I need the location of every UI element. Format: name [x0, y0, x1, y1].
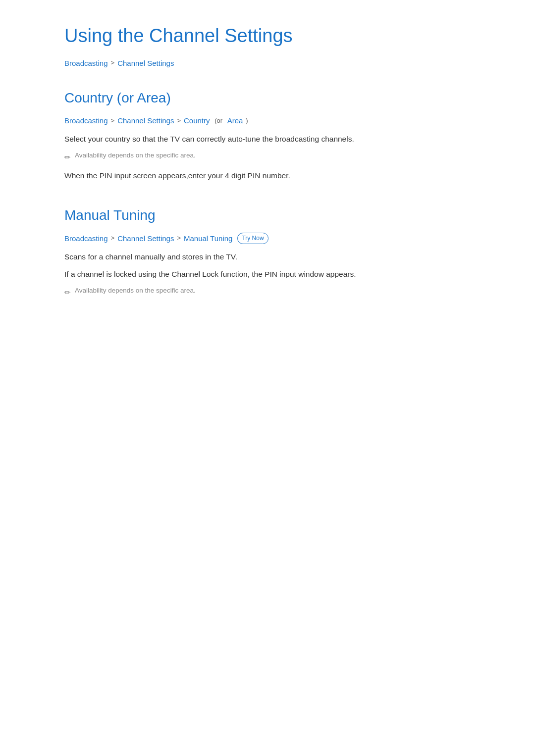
pencil-icon-1: ✏ — [64, 151, 71, 163]
country-bc-or-text: (or — [213, 116, 224, 126]
manual-tuning-note-row: ✏ Availability depends on the specific a… — [64, 286, 471, 299]
try-now-badge[interactable]: Try Now — [237, 233, 268, 244]
manual-tuning-breadcrumb: Broadcasting > Channel Settings > Manual… — [64, 233, 471, 245]
manual-tuning-body-2: If a channel is locked using the Channel… — [64, 268, 471, 281]
manual-bc-broadcasting[interactable]: Broadcasting — [64, 233, 108, 245]
manual-bc-sep2: > — [177, 233, 181, 244]
manual-bc-manual-tuning[interactable]: Manual Tuning — [184, 233, 232, 245]
country-bc-broadcasting[interactable]: Broadcasting — [64, 115, 108, 127]
section-manual-tuning: Manual Tuning Broadcasting > Channel Set… — [64, 206, 471, 299]
country-body-1: Select your country so that the TV can c… — [64, 133, 471, 146]
top-breadcrumb-broadcasting[interactable]: Broadcasting — [64, 57, 108, 69]
manual-bc-sep1: > — [111, 233, 115, 244]
country-note-text: Availability depends on the specific are… — [75, 151, 196, 160]
manual-bc-channel-settings[interactable]: Channel Settings — [117, 233, 174, 245]
country-breadcrumb: Broadcasting > Channel Settings > Countr… — [64, 115, 471, 127]
top-breadcrumb-channel-settings[interactable]: Channel Settings — [117, 57, 174, 69]
country-bc-sep1: > — [111, 116, 115, 126]
country-bc-channel-settings[interactable]: Channel Settings — [117, 115, 174, 127]
page-title: Using the Channel Settings — [64, 25, 471, 48]
section-country: Country (or Area) Broadcasting > Channel… — [64, 89, 471, 182]
manual-tuning-note-text: Availability depends on the specific are… — [75, 286, 196, 296]
pencil-icon-2: ✏ — [64, 287, 71, 299]
page-container: Using the Channel Settings Broadcasting … — [30, 0, 505, 363]
top-breadcrumb-sep1: > — [111, 58, 115, 68]
section-country-title: Country (or Area) — [64, 89, 471, 107]
country-bc-sep2: > — [177, 116, 181, 126]
country-note-row: ✏ Availability depends on the specific a… — [64, 151, 471, 163]
country-bc-area[interactable]: Area — [227, 115, 243, 127]
country-body-2: When the PIN input screen appears,enter … — [64, 169, 471, 182]
section-manual-tuning-title: Manual Tuning — [64, 206, 471, 224]
manual-tuning-body-1: Scans for a channel manually and stores … — [64, 251, 471, 263]
top-breadcrumb: Broadcasting > Channel Settings — [64, 57, 471, 69]
country-bc-country[interactable]: Country — [184, 115, 210, 127]
country-bc-paren: ) — [246, 116, 248, 126]
